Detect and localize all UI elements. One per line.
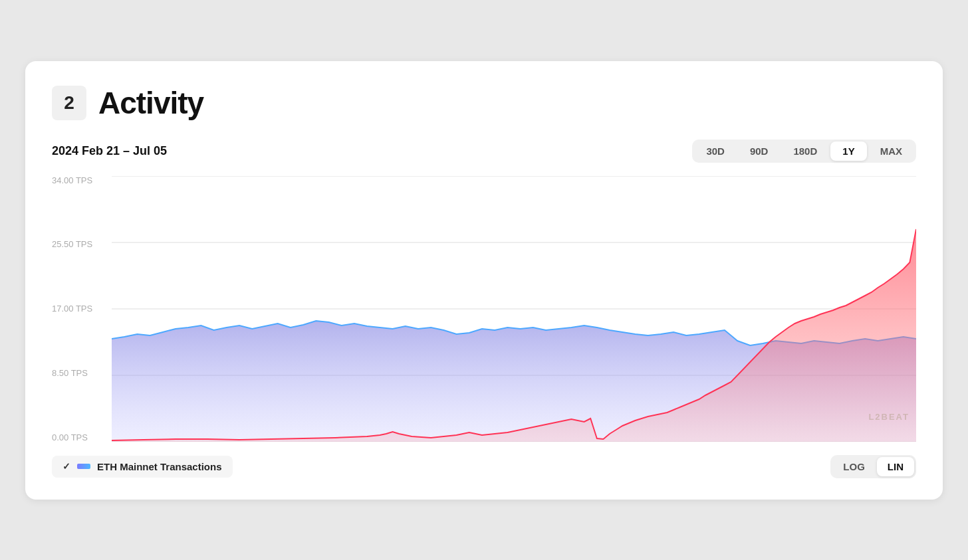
- scale-button-group: LOG LIN: [830, 455, 916, 478]
- time-btn-max[interactable]: MAX: [868, 141, 914, 161]
- y-label-34: 34.00 TPS: [52, 176, 112, 185]
- time-button-group: 30D 90D 180D 1Y MAX: [692, 140, 916, 163]
- header-row: 2 Activity: [52, 85, 916, 121]
- chart-svg-container: [112, 176, 916, 442]
- scale-btn-lin[interactable]: LIN: [877, 457, 914, 476]
- chart-area: 34.00 TPS 25.50 TPS 17.00 TPS 8.50 TPS 0…: [52, 176, 916, 442]
- activity-card: 2 Activity 2024 Feb 21 – Jul 05 30D 90D …: [25, 61, 943, 500]
- legend-item[interactable]: ✓ ETH Mainnet Transactions: [52, 456, 233, 478]
- legend-color: [77, 464, 90, 469]
- chart-svg: [112, 176, 916, 442]
- footer-row: ✓ ETH Mainnet Transactions LOG LIN: [52, 455, 916, 478]
- time-btn-180d[interactable]: 180D: [781, 141, 829, 161]
- y-label-25: 25.50 TPS: [52, 240, 112, 248]
- y-axis: 34.00 TPS 25.50 TPS 17.00 TPS 8.50 TPS 0…: [52, 176, 112, 442]
- legend-label: ETH Mainnet Transactions: [97, 461, 222, 472]
- time-btn-30d[interactable]: 30D: [694, 141, 737, 161]
- y-label-0: 0.00 TPS: [52, 433, 112, 442]
- y-label-8: 8.50 TPS: [52, 369, 112, 377]
- time-btn-1y[interactable]: 1Y: [830, 141, 866, 161]
- y-label-17: 17.00 TPS: [52, 304, 112, 313]
- section-title: Activity: [98, 85, 203, 121]
- scale-btn-log[interactable]: LOG: [832, 457, 876, 476]
- section-number: 2: [52, 86, 86, 120]
- date-range: 2024 Feb 21 – Jul 05: [52, 144, 167, 158]
- controls-row: 2024 Feb 21 – Jul 05 30D 90D 180D 1Y MAX: [52, 140, 916, 163]
- legend-checkmark: ✓: [62, 461, 70, 472]
- time-btn-90d[interactable]: 90D: [738, 141, 781, 161]
